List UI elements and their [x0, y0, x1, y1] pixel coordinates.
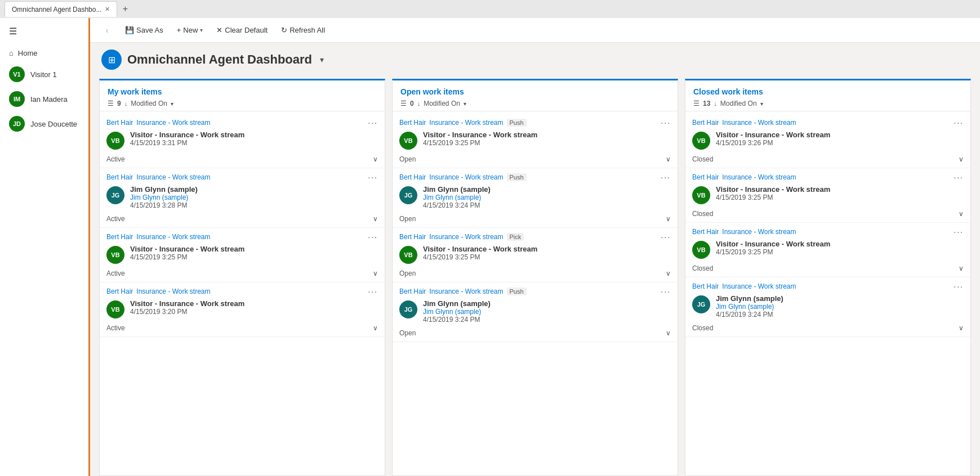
expand-button[interactable]: ∨	[666, 215, 671, 223]
stream-name[interactable]: Insurance - Work stream	[136, 288, 210, 295]
sidebar-item-jose-doucette[interactable]: JD Jose Doucette	[0, 111, 88, 136]
sort-label[interactable]: Modified On	[720, 100, 757, 107]
clear-default-label: Clear Default	[225, 26, 268, 34]
work-item-body: VB Visitor - Insurance - Work stream 4/1…	[399, 131, 671, 150]
agent-name[interactable]: Bert Hair	[399, 233, 426, 241]
agent-name[interactable]: Bert Hair	[692, 119, 719, 127]
agent-name[interactable]: Bert Hair	[692, 228, 719, 236]
expand-button[interactable]: ∨	[373, 155, 378, 163]
agent-name[interactable]: Bert Hair	[106, 288, 133, 295]
agent-name[interactable]: Bert Hair	[399, 173, 426, 181]
work-item: Bert Hair Insurance - Work stream Pick ·…	[393, 228, 678, 282]
more-options-button[interactable]: ···	[954, 282, 964, 291]
expand-button[interactable]: ∨	[959, 324, 964, 332]
stream-name[interactable]: Insurance - Work stream	[136, 233, 210, 241]
more-options-button[interactable]: ···	[368, 173, 378, 182]
work-item-agents: Bert Hair Insurance - Work stream Pick	[399, 233, 524, 241]
plus-icon: +	[177, 26, 181, 34]
sort-dropdown-icon[interactable]: ▾	[464, 101, 466, 107]
save-as-button[interactable]: 💾 Save As	[119, 23, 169, 38]
refresh-all-button[interactable]: ↻ Refresh All	[275, 23, 331, 38]
item-avatar: VB	[106, 300, 124, 318]
expand-button[interactable]: ∨	[373, 215, 378, 223]
stream-name[interactable]: Insurance - Work stream	[136, 173, 210, 181]
item-date: 4/15/2019 3:24 PM	[423, 316, 671, 324]
stream-name[interactable]: Insurance - Work stream	[429, 173, 503, 181]
more-options-button[interactable]: ···	[368, 287, 378, 296]
item-status: Active	[106, 215, 125, 223]
more-options-button[interactable]: ···	[661, 287, 671, 296]
more-options-button[interactable]: ···	[661, 118, 671, 127]
sidebar-item-ian-madera[interactable]: IM Ian Madera	[0, 87, 88, 111]
item-link[interactable]: Jim Glynn (sample)	[423, 308, 671, 316]
agent-name[interactable]: Bert Hair	[692, 282, 719, 290]
expand-button[interactable]: ∨	[959, 155, 964, 163]
item-link[interactable]: Jim Glynn (sample)	[716, 303, 964, 311]
stream-name[interactable]: Insurance - Work stream	[429, 233, 503, 241]
item-status: Closed	[692, 210, 713, 218]
sort-label[interactable]: Modified On	[424, 100, 460, 107]
more-options-button[interactable]: ···	[368, 118, 378, 127]
sidebar-menu-icon[interactable]: ☰	[0, 18, 88, 44]
new-button[interactable]: + New ▾	[171, 23, 209, 38]
stream-name[interactable]: Insurance - Work stream	[722, 173, 796, 181]
item-details: Jim Glynn (sample) Jim Glynn (sample) 4/…	[423, 299, 671, 324]
new-tab-button[interactable]: +	[117, 1, 133, 17]
work-column-open-work: Open work items ☰ 0 ↓ Modified On ▾ Bert…	[392, 79, 678, 476]
agent-name[interactable]: Bert Hair	[106, 173, 133, 181]
stream-name[interactable]: Insurance - Work stream	[429, 288, 503, 295]
close-tab-button[interactable]: ✕	[105, 6, 110, 13]
work-item-footer: Open ∨	[399, 153, 671, 163]
work-item-body: VB Visitor - Insurance - Work stream 4/1…	[106, 245, 378, 264]
item-link[interactable]: Jim Glynn (sample)	[130, 194, 378, 201]
page-title-dropdown-icon[interactable]: ▾	[320, 55, 324, 64]
stream-name[interactable]: Insurance - Work stream	[136, 119, 210, 127]
stream-name[interactable]: Insurance - Work stream	[722, 119, 796, 127]
more-options-button[interactable]: ···	[661, 232, 671, 241]
clear-default-button[interactable]: ✕ Clear Default	[211, 23, 273, 38]
stream-name[interactable]: Insurance - Work stream	[429, 119, 503, 127]
agent-name[interactable]: Bert Hair	[106, 119, 133, 127]
more-options-button[interactable]: ···	[368, 232, 378, 241]
work-item-footer: Closed ∨	[692, 153, 964, 163]
expand-button[interactable]: ∨	[666, 270, 671, 277]
sort-dropdown-icon[interactable]: ▾	[760, 101, 763, 107]
more-options-button[interactable]: ···	[661, 173, 671, 182]
item-avatar: JG	[399, 186, 417, 204]
sidebar-item-home[interactable]: ⌂ Home	[0, 44, 88, 62]
work-item: Bert Hair Insurance - Work stream Push ·…	[393, 168, 678, 228]
item-title: Visitor - Insurance - Work stream	[716, 185, 964, 194]
stream-name[interactable]: Insurance - Work stream	[722, 228, 796, 236]
work-item-agents: Bert Hair Insurance - Work stream	[692, 282, 796, 290]
work-item-header: Bert Hair Insurance - Work stream Push ·…	[399, 173, 671, 182]
agent-name[interactable]: Bert Hair	[399, 119, 426, 127]
agent-name[interactable]: Bert Hair	[399, 288, 426, 295]
work-item-body: VB Visitor - Insurance - Work stream 4/1…	[106, 299, 378, 318]
more-options-button[interactable]: ···	[954, 227, 964, 236]
more-options-button[interactable]: ···	[954, 173, 964, 182]
expand-button[interactable]: ∨	[959, 264, 964, 272]
sidebar-item-visitor-1[interactable]: V1 Visitor 1	[0, 62, 88, 87]
item-date: 4/15/2019 3:24 PM	[716, 311, 964, 318]
back-button[interactable]: ‹	[99, 23, 115, 38]
sort-dropdown-icon[interactable]: ▾	[171, 101, 173, 107]
page-header: ⊞ Omnichannel Agent Dashboard ▾	[90, 43, 980, 74]
item-link[interactable]: Jim Glynn (sample)	[423, 194, 671, 201]
stream-name[interactable]: Insurance - Work stream	[722, 282, 796, 290]
work-item-body: VB Visitor - Insurance - Work stream 4/1…	[692, 185, 964, 204]
sort-label[interactable]: Modified On	[131, 100, 167, 107]
item-title: Visitor - Insurance - Work stream	[423, 131, 671, 139]
expand-button[interactable]: ∨	[959, 210, 964, 218]
expand-button[interactable]: ∨	[666, 329, 671, 337]
new-label: New	[183, 26, 198, 34]
agent-name[interactable]: Bert Hair	[106, 233, 133, 241]
agent-name[interactable]: Bert Hair	[692, 173, 719, 181]
expand-button[interactable]: ∨	[373, 324, 378, 332]
more-options-button[interactable]: ···	[954, 118, 964, 127]
work-item-header: Bert Hair Insurance - Work stream ···	[692, 173, 964, 182]
expand-button[interactable]: ∨	[666, 155, 671, 163]
app-container: ☰ ⌂ Home V1 Visitor 1 IM Ian Madera JD J…	[0, 18, 980, 476]
expand-button[interactable]: ∨	[373, 270, 378, 277]
work-item-agents: Bert Hair Insurance - Work stream	[106, 119, 211, 127]
active-tab[interactable]: Omnichannel Agent Dashbo... ✕	[5, 1, 117, 17]
